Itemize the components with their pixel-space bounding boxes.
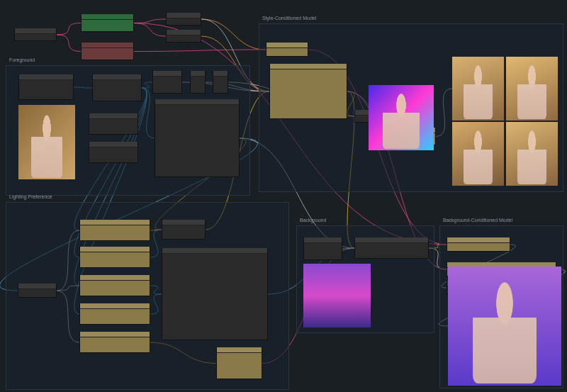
img-bg[interactable]: [303, 264, 371, 327]
n26[interactable]: [216, 347, 262, 379]
img-golden-tl[interactable]: [452, 57, 504, 121]
n24[interactable]: [162, 220, 206, 240]
n13[interactable]: [89, 142, 138, 163]
n19[interactable]: [79, 220, 150, 241]
img-out[interactable]: [448, 267, 561, 386]
n7-header[interactable]: [93, 74, 141, 80]
n11[interactable]: [155, 99, 240, 177]
n22[interactable]: [79, 303, 150, 325]
n1[interactable]: [14, 28, 57, 41]
g-lighting-label: Lighting Preference: [9, 194, 52, 199]
n3-header[interactable]: [82, 43, 133, 48]
n28-header[interactable]: [355, 237, 428, 243]
n20-header[interactable]: [80, 247, 150, 252]
n11-header[interactable]: [155, 99, 239, 105]
g-background-label: Background: [300, 218, 326, 223]
n3[interactable]: [81, 43, 134, 60]
n1-header[interactable]: [15, 28, 56, 34]
n2-header[interactable]: [82, 14, 133, 20]
n19-header[interactable]: [80, 220, 150, 225]
g-bgcond-label: Background-Conditioned Model: [443, 218, 512, 223]
n20[interactable]: [79, 247, 150, 268]
n14[interactable]: [266, 43, 308, 57]
n24-header[interactable]: [162, 220, 205, 225]
wire-n2-n5[interactable]: [134, 23, 166, 37]
n21[interactable]: [79, 275, 150, 296]
img-golden-br[interactable]: [506, 122, 558, 186]
n22-header[interactable]: [80, 303, 150, 309]
n9[interactable]: [190, 71, 206, 94]
img-neon[interactable]: [369, 85, 434, 150]
n15[interactable]: [269, 64, 347, 119]
n18-header[interactable]: [18, 284, 56, 289]
wire-n2-n4[interactable]: [134, 19, 166, 23]
wire-n3-n14[interactable]: [134, 50, 266, 52]
img-golden-tr[interactable]: [506, 57, 558, 121]
n8[interactable]: [152, 71, 182, 94]
n13-header[interactable]: [89, 142, 137, 147]
wire-n1-n2[interactable]: [57, 23, 81, 35]
n12-header[interactable]: [89, 113, 137, 119]
n8-header[interactable]: [153, 71, 181, 77]
n7[interactable]: [92, 74, 142, 101]
n9-header[interactable]: [191, 71, 205, 77]
n23[interactable]: [79, 332, 150, 353]
n6-header[interactable]: [19, 74, 73, 80]
n25[interactable]: [162, 248, 268, 340]
n5[interactable]: [166, 30, 201, 43]
n6[interactable]: [18, 74, 74, 100]
n29[interactable]: [447, 237, 510, 252]
n10[interactable]: [213, 71, 228, 94]
n28[interactable]: [354, 237, 429, 259]
n29-header[interactable]: [447, 237, 510, 243]
img-fg[interactable]: [18, 105, 75, 179]
wire-n1-n3[interactable]: [57, 35, 81, 52]
n12[interactable]: [89, 113, 138, 135]
g-foreground-label: Foreground: [9, 57, 35, 62]
n15-header[interactable]: [270, 64, 347, 69]
n27-header[interactable]: [304, 237, 342, 243]
n4-header[interactable]: [167, 13, 201, 18]
n2[interactable]: [81, 14, 134, 32]
n26-header[interactable]: [217, 347, 262, 353]
g-style-label: Style-Conditioned Model: [262, 16, 316, 21]
n25-header[interactable]: [162, 248, 267, 254]
n21-header[interactable]: [80, 275, 150, 281]
n18[interactable]: [18, 284, 57, 298]
n4[interactable]: [166, 13, 201, 26]
n27[interactable]: [303, 237, 342, 260]
n23-header[interactable]: [80, 332, 150, 337]
wire-n4-n14[interactable]: [201, 19, 266, 50]
node-graph-canvas[interactable]: ForegroundLighting PreferenceStyle-Condi…: [0, 0, 567, 392]
img-golden-bl[interactable]: [452, 122, 504, 186]
n10-header[interactable]: [213, 71, 228, 77]
n5-header[interactable]: [167, 30, 201, 35]
n14-header[interactable]: [266, 43, 308, 48]
